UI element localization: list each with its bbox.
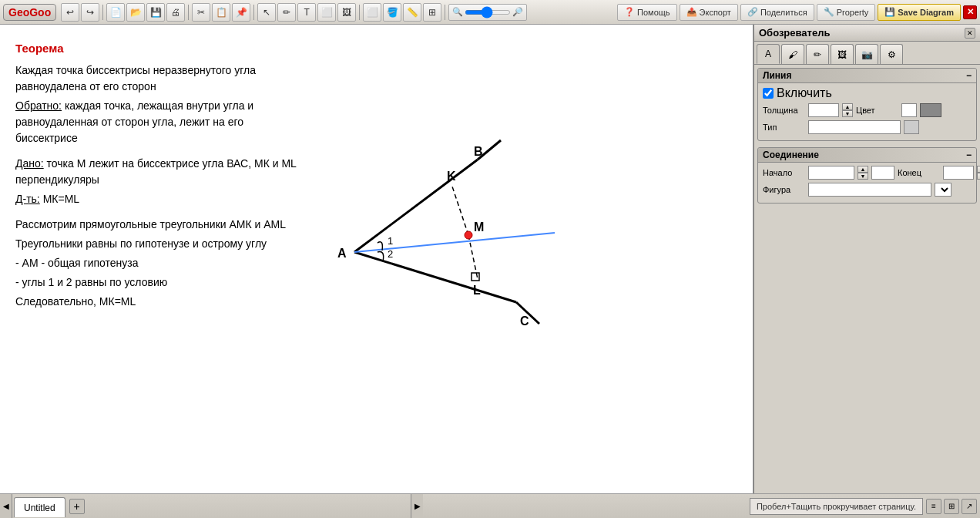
liniya-content: Включить Толщина ▲ ▼ Цвет Тип [758, 83, 976, 140]
zoom-slider[interactable] [465, 10, 511, 15]
scroll-left-button[interactable]: ◀ [0, 494, 12, 519]
text-button[interactable]: T [297, 3, 316, 22]
geometry-diagram: A B C K L M 1 2 [300, 125, 578, 341]
line-button[interactable]: 📏 [403, 3, 421, 22]
color-picker-button[interactable] [920, 103, 941, 117]
thickness-up[interactable]: ▲ [842, 103, 853, 110]
start-up[interactable]: ▲ [858, 166, 868, 173]
export-button[interactable]: 📤 Экспорт [680, 4, 738, 21]
svg-rect-7 [472, 273, 479, 281]
sep3 [253, 5, 254, 20]
liniya-label: Линия [763, 70, 791, 81]
panel-tab-a[interactable]: A [757, 44, 780, 64]
panel-close-button[interactable]: ✕ [965, 28, 975, 39]
figure-input[interactable] [808, 183, 931, 197]
panel-tab-image[interactable]: 🖼 [831, 44, 854, 64]
panel-tab-paint[interactable]: 🖌 [781, 44, 804, 64]
figure-select[interactable]: ▼ [935, 183, 951, 197]
svg-text:L: L [473, 284, 481, 297]
save-diagram-icon: 💾 [884, 7, 895, 17]
logo-button[interactable]: GeoGoo [3, 4, 56, 21]
end-input[interactable] [943, 166, 974, 180]
grid-button[interactable]: ⊞ [423, 3, 441, 22]
end-down[interactable]: ▼ [977, 173, 980, 180]
end-label: Конец [898, 168, 940, 177]
status-icon1[interactable]: ≡ [926, 499, 941, 514]
panel-title: Обозреватель [759, 27, 830, 39]
copy-button[interactable]: 📋 [212, 3, 230, 22]
theorem-obratno: Обратно: [15, 99, 62, 112]
panel-tab-line[interactable]: ✏ [806, 44, 829, 64]
thickness-spinner: ▲ ▼ [842, 103, 853, 117]
panel-tab-camera[interactable]: 📷 [855, 44, 878, 64]
statusbar: ◀ Untitled + ▶ Пробел+Тащить прокручивае… [0, 493, 980, 518]
connection-section-title: Соединение − [758, 148, 976, 163]
sep1 [102, 5, 103, 20]
zoom-control: 🔍 🔎 [448, 4, 527, 21]
start-input[interactable] [808, 166, 854, 180]
enable-checkbox[interactable] [763, 88, 774, 99]
scroll-right-button[interactable]: ▶ [411, 494, 423, 519]
type-input[interactable] [808, 120, 901, 134]
toolbar-right: ❓ Помощь 📤 Экспорт 🔗 Поделиться 🔧 Proper… [617, 4, 977, 21]
svg-text:B: B [474, 145, 483, 158]
start-down[interactable]: ▼ [858, 173, 868, 180]
cut-button[interactable]: ✂ [192, 3, 210, 22]
figure-label: Фигура [763, 185, 805, 194]
image-button[interactable]: 🖼 [337, 3, 356, 22]
main-area: Теорема Каждая точка биссектрисы неразве… [0, 25, 980, 493]
thickness-down[interactable]: ▼ [842, 110, 853, 117]
new-button[interactable]: 📄 [106, 3, 125, 22]
start-input2[interactable] [871, 166, 894, 180]
eraser-button[interactable]: ⬜ [363, 3, 381, 22]
proof4: - углы 1 и 2 равны по условию [15, 274, 308, 291]
save-diagram-button[interactable]: 💾 Save Diagram [878, 4, 961, 21]
zoom-minus-icon[interactable]: 🔍 [452, 7, 463, 17]
connection-collapse-icon[interactable]: − [966, 150, 972, 160]
connection-content: Начало ▲ ▼ Конец ▲ ▼ Фигура [758, 163, 976, 203]
save-button[interactable]: 💾 [146, 3, 165, 22]
theorem-title: Теорема [15, 40, 308, 58]
close-button[interactable]: ✕ [963, 5, 977, 19]
svg-line-5 [452, 187, 468, 235]
thickness-input[interactable] [808, 103, 839, 117]
fill-button[interactable]: 🪣 [383, 3, 401, 22]
svg-text:A: A [337, 247, 347, 260]
enable-row: Включить [763, 86, 972, 100]
untitled-tab[interactable]: Untitled [14, 497, 65, 517]
share-icon: 🔗 [747, 7, 758, 17]
draw-button[interactable]: ✏ [277, 3, 296, 22]
svg-line-4 [354, 233, 555, 252]
help-button[interactable]: ❓ Помощь [617, 4, 677, 21]
shape-button[interactable]: ⬜ [317, 3, 336, 22]
end-up[interactable]: ▲ [977, 166, 980, 173]
undo-button[interactable]: ↩ [61, 3, 79, 22]
theorem-text-block: Теорема Каждая точка биссектрисы неразве… [15, 40, 308, 313]
end-spinner: ▲ ▼ [977, 166, 980, 180]
status-icon3[interactable]: ↗ [962, 499, 977, 514]
type-label: Тип [763, 123, 805, 132]
panel-tabs: A 🖌 ✏ 🖼 📷 ⚙ [754, 42, 980, 65]
property-button[interactable]: 🔧 Property [817, 4, 876, 21]
share-button[interactable]: 🔗 Поделиться [740, 4, 814, 21]
zoom-plus-icon[interactable]: 🔎 [512, 7, 523, 17]
proof5: Следовательно, МК=ML [15, 294, 308, 310]
dt-line: Д-ть: МК=ML [15, 191, 308, 207]
liniya-section-title: Линия − [758, 69, 976, 83]
status-icon2[interactable]: ⊞ [944, 499, 959, 514]
open-button[interactable]: 📂 [126, 3, 145, 22]
dt-label: Д-ть: [15, 193, 40, 205]
figure-row: Фигура ▼ [763, 183, 972, 197]
svg-text:C: C [520, 314, 529, 328]
panel-tab-settings[interactable]: ⚙ [880, 44, 903, 64]
liniya-collapse-icon[interactable]: − [966, 70, 972, 81]
paste-button[interactable]: 📌 [232, 3, 250, 22]
proof3: - АМ - общая гипотенуза [15, 255, 308, 271]
redo-button[interactable]: ↪ [81, 3, 99, 22]
select-button[interactable]: ↖ [257, 3, 276, 22]
print-button[interactable]: 🖨 [166, 3, 185, 22]
add-tab-button[interactable]: + [69, 499, 85, 514]
canvas-area[interactable]: Теорема Каждая точка биссектрисы неразве… [0, 25, 753, 493]
start-row: Начало ▲ ▼ Конец ▲ ▼ [763, 166, 972, 180]
sep2 [188, 5, 189, 20]
